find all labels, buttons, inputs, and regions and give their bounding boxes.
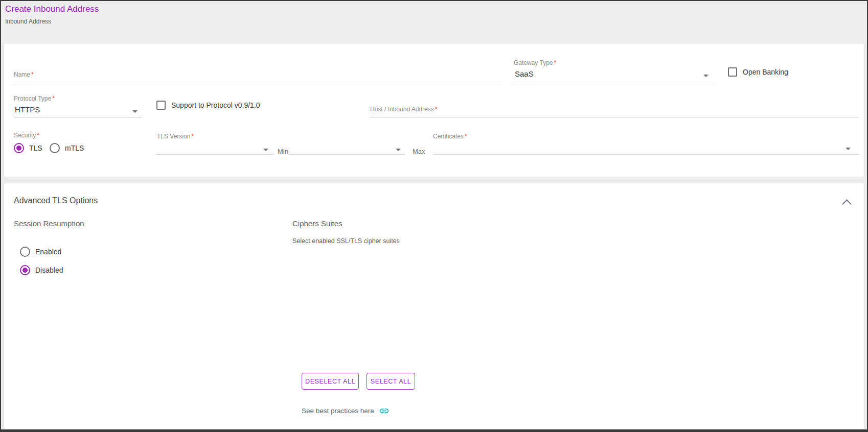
gateway-type-value: SaaS: [515, 69, 534, 78]
chevron-up-icon: [842, 199, 851, 208]
protocol-type-label: Protocol Type*: [14, 95, 55, 102]
certificates-select[interactable]: [433, 144, 859, 155]
enabled-label: Enabled: [35, 248, 61, 256]
required-asterisk: *: [31, 71, 34, 78]
deselect-all-button[interactable]: DESELECT ALL: [302, 373, 359, 390]
select-all-button[interactable]: SELECT ALL: [367, 373, 415, 390]
name-label: Name*: [14, 71, 34, 78]
session-resumption-radio-enabled[interactable]: Enabled: [20, 247, 61, 257]
page-title: Create Inbound Address: [5, 4, 99, 14]
best-practices-link-label: See best practices here: [302, 407, 374, 415]
security-mtls-label: mTLS: [65, 144, 84, 152]
advanced-tls-options-card: [4, 183, 865, 429]
breadcrumb: Inbound Address: [5, 18, 51, 25]
checkbox-icon: [156, 101, 166, 110]
security-radio-mtls[interactable]: mTLS: [50, 143, 84, 153]
ciphers-suites-title: Ciphers Suites: [292, 219, 342, 228]
tls-version-max-select[interactable]: [289, 144, 405, 155]
gateway-type-label: Gateway Type*: [514, 59, 556, 66]
gateway-type-select[interactable]: Gateway Type* SaaS: [514, 57, 713, 82]
page-header: Create Inbound Address Inbound Address: [1, 1, 867, 42]
open-banking-checkbox[interactable]: Open Banking: [728, 67, 788, 77]
protocol-type-value: HTTPS: [15, 105, 40, 114]
checkbox-icon: [728, 67, 737, 77]
max-label: Max: [413, 148, 425, 155]
support-protocol-label: Support to Protocol v0.9/1.0: [171, 101, 260, 109]
disabled-label: Disabled: [35, 266, 63, 274]
certificates-label: Certificates*: [433, 133, 467, 140]
name-input[interactable]: Name*: [14, 63, 499, 82]
open-banking-label: Open Banking: [743, 68, 788, 76]
chevron-down-icon: [132, 110, 138, 113]
tls-version-label: TLS Version*: [157, 133, 194, 140]
chevron-down-icon: [263, 149, 268, 151]
chevron-down-icon: [703, 75, 709, 77]
radio-selected-icon: [14, 143, 24, 153]
ciphers-suites-subtitle: Select enabled SSL/TLS cipher suites: [292, 237, 400, 245]
required-asterisk: *: [435, 106, 438, 113]
host-label: Host / Inbound Address*: [370, 106, 437, 113]
security-tls-label: TLS: [29, 144, 42, 152]
chevron-down-icon: [846, 148, 851, 150]
collapse-section-button[interactable]: [840, 196, 853, 209]
security-radio-tls[interactable]: TLS: [14, 143, 42, 153]
required-asterisk: *: [37, 132, 39, 139]
required-asterisk: *: [465, 133, 467, 140]
min-label: Min: [278, 148, 288, 155]
tls-version-min-select[interactable]: [156, 144, 273, 155]
best-practices-link[interactable]: See best practices here: [302, 405, 390, 416]
security-label: Security*: [14, 132, 39, 139]
session-resumption-radio-disabled[interactable]: Disabled: [20, 265, 63, 275]
link-icon: [379, 405, 390, 416]
advanced-tls-options-title: Advanced TLS Options: [14, 196, 98, 205]
radio-unselected-icon: [50, 143, 60, 153]
required-asterisk: *: [191, 133, 194, 140]
required-asterisk: *: [554, 59, 557, 66]
create-inbound-address-page: Create Inbound Address Inbound Address N…: [0, 0, 868, 432]
support-protocol-checkbox[interactable]: Support to Protocol v0.9/1.0: [156, 101, 260, 110]
radio-unselected-icon: [20, 247, 30, 257]
protocol-type-select[interactable]: Protocol Type* HTTPS: [14, 93, 142, 118]
required-asterisk: *: [52, 95, 55, 102]
chevron-down-icon: [396, 149, 401, 151]
session-resumption-title: Session Resumption: [14, 219, 84, 228]
radio-selected-icon: [20, 265, 30, 275]
host-inbound-address-input[interactable]: Host / Inbound Address*: [370, 101, 859, 118]
